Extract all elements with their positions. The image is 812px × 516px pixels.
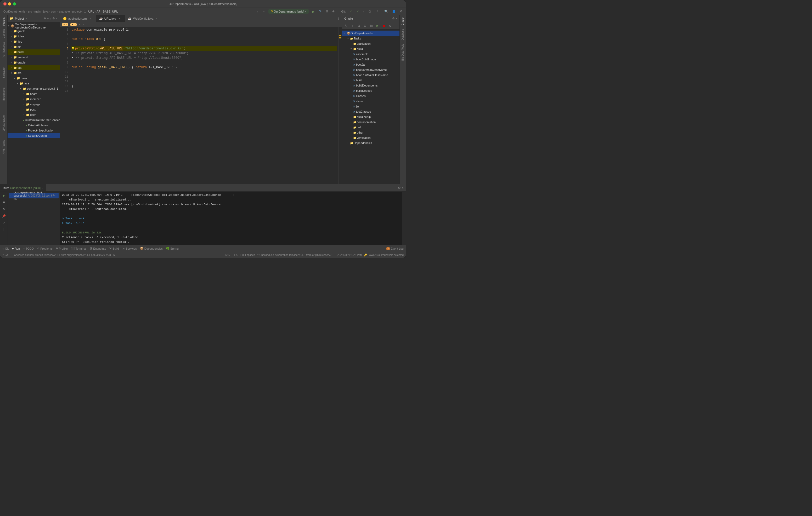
yaml-close-icon[interactable]: × bbox=[89, 17, 93, 20]
gradle-build-group[interactable]: ▾ 📁 build bbox=[342, 46, 400, 52]
sidebar-pullreq-icon[interactable]: Pull Requests bbox=[1, 40, 6, 60]
toolbar-profiler[interactable]: ⊕ Profiler bbox=[56, 247, 68, 250]
tree-bin[interactable]: › 📁 bin bbox=[7, 44, 60, 50]
gradle-add-btn[interactable]: + bbox=[349, 23, 355, 29]
back-btn[interactable]: ← bbox=[261, 9, 266, 13]
toolbar-services[interactable]: ☁ Services bbox=[122, 247, 137, 250]
vtab-bigdata[interactable]: Big Data Tools bbox=[400, 42, 405, 62]
gradle-buildneeded[interactable]: ⚙ buildNeeded bbox=[342, 88, 400, 93]
toolbar-dependencies[interactable]: 📦 Dependencies bbox=[140, 247, 163, 250]
status-git-icon[interactable]: ⑂ Git bbox=[2, 253, 8, 256]
project-nav-btn[interactable]: OurDepartmentIs › src › main › java › co… bbox=[2, 9, 119, 13]
tree-close-icon[interactable]: × bbox=[56, 17, 58, 20]
nav-up-icon[interactable]: ∧ bbox=[79, 23, 81, 26]
gradle-jar[interactable]: ⚙ jar bbox=[342, 104, 400, 109]
tab-application-yml[interactable]: 🟡 application.yml × bbox=[60, 15, 96, 22]
user-btn[interactable]: 👤 bbox=[391, 9, 397, 13]
tab-run[interactable]: Run: OurDepartmentIs [build] × bbox=[0, 184, 46, 191]
status-aws[interactable]: AWS: No credentials selected bbox=[369, 253, 404, 256]
gradle-classes[interactable]: ⚙ classes bbox=[342, 93, 400, 98]
bottom-close-icon[interactable]: × bbox=[402, 186, 404, 190]
bottom-settings-icon[interactable]: ⚙ bbox=[398, 186, 401, 190]
gradle-bootrunmainclassname[interactable]: ⚙ bootRunMainClassName bbox=[342, 72, 400, 78]
gradle-close-icon[interactable]: × bbox=[396, 17, 397, 20]
tree-main[interactable]: ▾ 📁 main bbox=[7, 75, 60, 81]
toolbar-git[interactable]: ⑂ Git bbox=[2, 247, 9, 250]
run-config-btn[interactable]: ⚙ OurDepartmentIs [build] ▾ bbox=[268, 9, 309, 13]
vtab-database[interactable]: Database bbox=[400, 27, 405, 42]
gradle-run-btn[interactable]: ▶ bbox=[375, 23, 380, 29]
gradle-filter-btn[interactable]: ⊕ bbox=[387, 23, 393, 29]
gradle-collapse-btn[interactable]: ⊟ bbox=[362, 23, 368, 29]
code-area[interactable]: package com.example.project4_1; public c… bbox=[70, 27, 338, 184]
gradle-help[interactable]: › 📁 help bbox=[342, 125, 400, 130]
git-checkmark2[interactable]: ✓ bbox=[355, 9, 360, 13]
tree-oauth-attrs[interactable]: ● OAuthAttributes bbox=[7, 123, 60, 128]
sidebar-commit-icon[interactable]: Commit bbox=[1, 28, 6, 40]
toolbar-spring[interactable]: 🌿 Spring bbox=[166, 247, 179, 250]
git-push[interactable]: ↑ bbox=[362, 9, 366, 13]
tree-heart[interactable]: › 📁 heart bbox=[7, 91, 60, 96]
toolbar-todo[interactable]: ≡ TODO bbox=[23, 247, 34, 250]
build-btn[interactable]: ⚒ bbox=[318, 9, 323, 13]
tree-security-config[interactable]: ● SecurityConfig bbox=[7, 133, 60, 138]
nav-down-icon[interactable]: ∨ bbox=[83, 23, 85, 26]
gradle-other[interactable]: › 📁 other bbox=[342, 130, 400, 135]
gradle-stop-btn[interactable]: ◼ bbox=[381, 23, 387, 29]
status-encoding[interactable]: LF UTF-8 4 spaces bbox=[233, 253, 255, 256]
gradle-settings-icon[interactable]: ⚙ bbox=[392, 17, 395, 20]
gradle-tasks-group[interactable]: ▾ 📁 Tasks bbox=[342, 36, 400, 41]
tree-settings-icon[interactable]: ⚙ bbox=[52, 17, 55, 20]
tree-dropdown[interactable]: ▾ bbox=[25, 17, 27, 20]
gradle-link-btn[interactable]: ⛓ bbox=[368, 23, 374, 29]
run-tab-close-icon[interactable]: × bbox=[41, 186, 43, 189]
status-vcs-icon[interactable]: 🔑 bbox=[364, 253, 367, 256]
maximize-button[interactable] bbox=[13, 2, 16, 5]
gradle-bootjar[interactable]: ⚙ bootJar bbox=[342, 62, 400, 67]
gradle-build-setup[interactable]: › 📁 build setup bbox=[342, 114, 400, 119]
java-close-icon[interactable]: × bbox=[118, 17, 121, 20]
gradle-verification[interactable]: › 📁 verification bbox=[342, 135, 400, 140]
run-tree-item-main[interactable]: ✓ OurDepartmentIs [build]: successful At… bbox=[9, 193, 59, 199]
profile-btn[interactable]: ⊕ bbox=[331, 9, 336, 13]
tree-out[interactable]: › 📁 out bbox=[7, 65, 60, 70]
git-check[interactable]: ✓ bbox=[349, 9, 353, 13]
tree-idea[interactable]: › 📁 .idea bbox=[7, 34, 60, 39]
tree-mypage[interactable]: › 📁 mypage bbox=[7, 102, 60, 107]
tree-frontend[interactable]: › 📁 frontend bbox=[7, 55, 60, 60]
tree-src[interactable]: ▾ 📁 src bbox=[7, 70, 60, 75]
close-button[interactable] bbox=[3, 2, 6, 5]
run-button[interactable]: ▶ bbox=[311, 9, 316, 14]
gradle-builddependents[interactable]: ⚙ buildDependents bbox=[342, 83, 400, 88]
sidebar-project-icon[interactable]: Project bbox=[1, 16, 6, 27]
search-btn[interactable]: 🔍 bbox=[383, 9, 389, 13]
tab-settings-icon[interactable]: ⋮ bbox=[337, 17, 340, 20]
gradle-root[interactable]: ▾ 📦 OurDepartmentIs bbox=[342, 31, 400, 36]
minimize-button[interactable] bbox=[8, 2, 11, 5]
toolbar-build[interactable]: ⚒ Build bbox=[109, 247, 119, 250]
gradle-bootbuildimage[interactable]: ⚙ bootBuildImage bbox=[342, 57, 400, 62]
git-revert[interactable]: ↺ bbox=[374, 9, 379, 13]
tree-com-example[interactable]: ▾ 📁 com.example.project4_1 bbox=[7, 86, 60, 91]
coverage-btn[interactable]: ⊞ bbox=[325, 9, 329, 13]
tree-project41app[interactable]: ● Project41Application bbox=[7, 128, 60, 133]
gradle-testclasses[interactable]: ⚙ testClasses bbox=[342, 109, 400, 114]
tree-member[interactable]: › 📁 member bbox=[7, 96, 60, 102]
git-history[interactable]: ◷ bbox=[368, 9, 372, 13]
tab-webconfig-java[interactable]: ☕ WebConfig.java × bbox=[125, 15, 162, 22]
sidebar-structure-icon[interactable]: Structure bbox=[1, 66, 6, 80]
tree-custom-oauth[interactable]: ● CustomOAuth2UserService bbox=[7, 117, 60, 123]
gradle-clean[interactable]: ⚙ clean bbox=[342, 98, 400, 104]
tab-url-java[interactable]: ☕ URL.java × bbox=[96, 15, 125, 22]
run-more-btn[interactable]: ⋮ bbox=[1, 226, 7, 232]
toolbar-terminal[interactable]: ⬛ Terminal bbox=[71, 247, 87, 250]
gradle-application[interactable]: › 📁 application bbox=[342, 41, 400, 46]
tree-filter-icon[interactable]: ≡ bbox=[47, 17, 49, 20]
tree-post[interactable]: › 📁 post bbox=[7, 107, 60, 112]
toolbar-endpoints[interactable]: ⛓ Endpoints bbox=[89, 247, 106, 250]
tree-java[interactable]: ▾ 📁 java bbox=[7, 81, 60, 86]
run-pin-btn[interactable]: 📌 bbox=[1, 213, 7, 219]
gradle-bootjarmainclassname[interactable]: ⚙ bootJarMainClassName bbox=[342, 67, 400, 72]
tree-locate-icon[interactable]: ⊕ bbox=[44, 17, 46, 20]
webconfig-close-icon[interactable]: × bbox=[155, 17, 158, 20]
